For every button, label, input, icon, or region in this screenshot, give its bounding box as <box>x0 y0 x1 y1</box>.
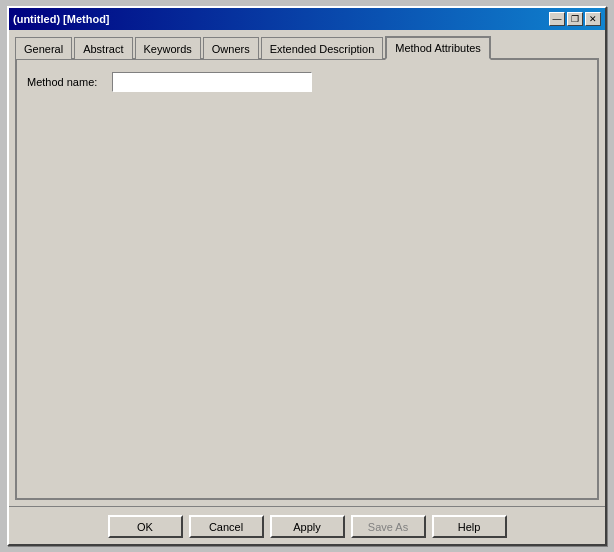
tab-panel-method-attributes: Method name: <box>15 60 599 500</box>
save-as-button[interactable]: Save As <box>351 515 426 538</box>
method-name-label: Method name: <box>27 76 112 88</box>
apply-button[interactable]: Apply <box>270 515 345 538</box>
content-spacer <box>27 100 587 486</box>
button-bar: OK Cancel Apply Save As Help <box>9 506 605 544</box>
close-button[interactable]: ✕ <box>585 12 601 26</box>
cancel-button[interactable]: Cancel <box>189 515 264 538</box>
main-window: (untitled) [Method] — ❐ ✕ General Abstra… <box>7 6 607 546</box>
method-name-row: Method name: <box>27 72 587 92</box>
window-title: (untitled) [Method] <box>13 13 110 25</box>
title-bar: (untitled) [Method] — ❐ ✕ <box>9 8 605 30</box>
tab-extended-description[interactable]: Extended Description <box>261 37 384 59</box>
help-button[interactable]: Help <box>432 515 507 538</box>
method-name-input[interactable] <box>112 72 312 92</box>
tab-method-attributes[interactable]: Method Attributes <box>385 36 491 60</box>
tab-abstract[interactable]: Abstract <box>74 37 132 59</box>
window-controls: — ❐ ✕ <box>549 12 601 26</box>
tab-owners[interactable]: Owners <box>203 37 259 59</box>
window-content: General Abstract Keywords Owners Extende… <box>9 30 605 506</box>
restore-button[interactable]: ❐ <box>567 12 583 26</box>
ok-button[interactable]: OK <box>108 515 183 538</box>
tabs-container: General Abstract Keywords Owners Extende… <box>15 34 599 60</box>
tab-keywords[interactable]: Keywords <box>135 37 201 59</box>
minimize-button[interactable]: — <box>549 12 565 26</box>
tab-general[interactable]: General <box>15 37 72 59</box>
